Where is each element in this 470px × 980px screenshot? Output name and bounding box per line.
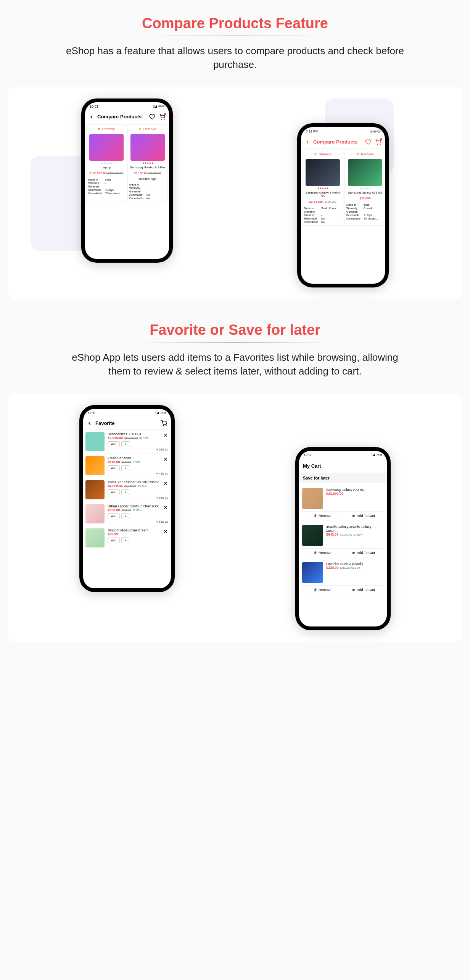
spec-label: Made in (346, 203, 364, 206)
spec-label: Cancellable (346, 217, 364, 220)
add-plus-button[interactable]: + (121, 441, 130, 447)
add-plus-button[interactable]: + (121, 513, 130, 519)
remove-button[interactable]: ✕Remove (345, 150, 385, 158)
favorite-item: Urban Ladder Contour Chair & Ot... $220.… (83, 502, 171, 526)
remove-button[interactable]: ✕Remove (303, 150, 343, 158)
back-icon[interactable] (305, 139, 310, 145)
price-row: $109,990.00–$122,990.00 (87, 170, 126, 176)
battery-text: 74% (160, 411, 166, 415)
product-image (348, 159, 382, 186)
rating: ★ 5.00 | 1 (156, 496, 168, 499)
favorite-item: Smooth Moisturizer Cream $79.99 Add + ✕ (83, 526, 171, 550)
price-now: $2,100.00 (134, 171, 148, 175)
cart-item: Jewels Galaxy Jewels Galaxy Luxuri... $6… (302, 523, 384, 557)
price-now: $79.99 (108, 532, 118, 536)
signal-icon: ▯◢ (155, 411, 159, 415)
save-for-later-header: Save for later (299, 473, 387, 483)
add-plus-button[interactable]: + (121, 489, 130, 495)
price-old: $4,200.00 (149, 172, 161, 174)
product-thumb (85, 480, 105, 499)
discount: 9.09% (133, 461, 140, 463)
status-icons: ▯◢74% (155, 411, 166, 415)
close-icon: ✕ (314, 152, 317, 156)
status-time: 3:11 PM (306, 129, 319, 133)
spec-value: - (146, 190, 166, 193)
close-icon[interactable]: ✕ (163, 480, 168, 486)
spec-value: Till proces... (364, 217, 384, 220)
add-to-cart-button[interactable]: 🛍 Add To Cart (343, 549, 384, 557)
close-icon[interactable]: ✕ (163, 528, 168, 534)
add-to-cart-button[interactable]: 🛍 Add To Cart (343, 586, 384, 594)
spec-value: No (146, 194, 166, 196)
add-plus-button[interactable]: + (121, 538, 130, 543)
add-button[interactable]: Add (108, 538, 120, 543)
discount: 51.11% (351, 567, 361, 569)
remove-label: Remove (102, 127, 115, 131)
spec-label: Warranty (129, 187, 146, 189)
back-icon[interactable] (89, 114, 94, 119)
remove-button[interactable]: 🗑 Remove (302, 512, 343, 520)
rating-stars: ★★★★★ (128, 161, 167, 165)
svg-point-4 (163, 425, 163, 426)
app-header: Favorite (83, 417, 171, 430)
header-title: Compare Products (97, 114, 146, 119)
remove-button[interactable]: 🗑 Remove (302, 586, 343, 594)
price-now: $4,828.95 (108, 484, 123, 488)
close-icon[interactable]: ✕ (163, 456, 168, 462)
section-title: Favorite or Save for later (0, 322, 470, 338)
spec-value: 6 month (364, 207, 384, 210)
spec-value: No (321, 217, 341, 220)
bag-icon: 🛍 (352, 551, 356, 555)
cart-icon[interactable] (375, 139, 381, 145)
cart-icon[interactable] (161, 420, 167, 426)
heart-icon[interactable] (149, 114, 155, 120)
heart-icon[interactable] (365, 139, 371, 145)
rating: ★ 5.00 | 2 (156, 520, 168, 523)
spec-value: - (321, 210, 341, 213)
product-title: Fresh Bananas (108, 456, 169, 460)
spec-label: Returnable (304, 217, 321, 220)
compare-grid: ✕Remove ★★★★★ Laptop $109,990.00–$122,99… (85, 123, 169, 203)
price-old: $122,990.00 (108, 172, 123, 174)
spec-label: Made in (304, 207, 321, 210)
signal-icon: ▯◢ (153, 105, 157, 108)
close-icon: ✕ (356, 152, 359, 156)
product-thumb (85, 456, 105, 475)
add-button[interactable]: Add (108, 489, 120, 495)
cart-icon[interactable] (159, 114, 165, 120)
product-name: Laptop (87, 165, 126, 170)
price-row: $2,100.00–$4,200.00 (128, 170, 167, 176)
close-icon[interactable]: ✕ (163, 432, 168, 438)
rating-stars: ★★★★★ (303, 187, 343, 190)
product-name: Samsung Notebook 9 Pro (128, 165, 167, 170)
close-icon[interactable]: ✕ (163, 504, 168, 510)
add-button[interactable]: Add (108, 513, 120, 519)
spec-table: Made inIndia Warranty6 month Gurantee- R… (345, 202, 385, 222)
price-now: $109,990.00 (90, 171, 107, 175)
spec-value: Till received (105, 192, 124, 195)
spec-label: Warranty (304, 210, 321, 213)
spec-value: - (146, 187, 166, 189)
rating: ★ 5.00 | 1 (156, 448, 168, 451)
back-icon[interactable] (87, 421, 92, 426)
phone-compare-1: 10:03 ▯◢ 89% Compare Products ✕Remove (81, 98, 173, 263)
remove-button[interactable]: ✕Remove (87, 125, 126, 133)
add-plus-button[interactable]: + (121, 465, 130, 471)
compare-grid: ✕Remove ★★★★★ Samsung Galaxy Z Fold4 5G … (301, 149, 385, 227)
add-to-cart-button[interactable]: 🛍 Add To Cart (343, 512, 384, 520)
add-button[interactable]: Add (108, 465, 120, 471)
add-button[interactable]: Add (108, 441, 120, 447)
spec-label: Gurantee (304, 214, 321, 216)
variant-label: wooden: 4gb (139, 177, 156, 181)
trash-icon: 🗑 (314, 588, 317, 592)
remove-button[interactable]: 🗑 Remove (302, 549, 343, 557)
spec-table: Made inIndia Warranty- Gurantee- Returna… (87, 176, 126, 197)
spec-value: India (364, 203, 384, 206)
product-thumb (302, 488, 323, 509)
remove-button[interactable]: ✕Remove (128, 125, 167, 133)
status-bar: 12:20 ▯◢74% (299, 451, 387, 459)
battery-text: 74% (376, 453, 382, 457)
close-icon: ✕ (139, 127, 142, 131)
spec-value: No (321, 221, 341, 223)
compare-card: ✕Remove ★★★★★ Samsung Galaxy Z Fold4 5G … (302, 150, 343, 226)
